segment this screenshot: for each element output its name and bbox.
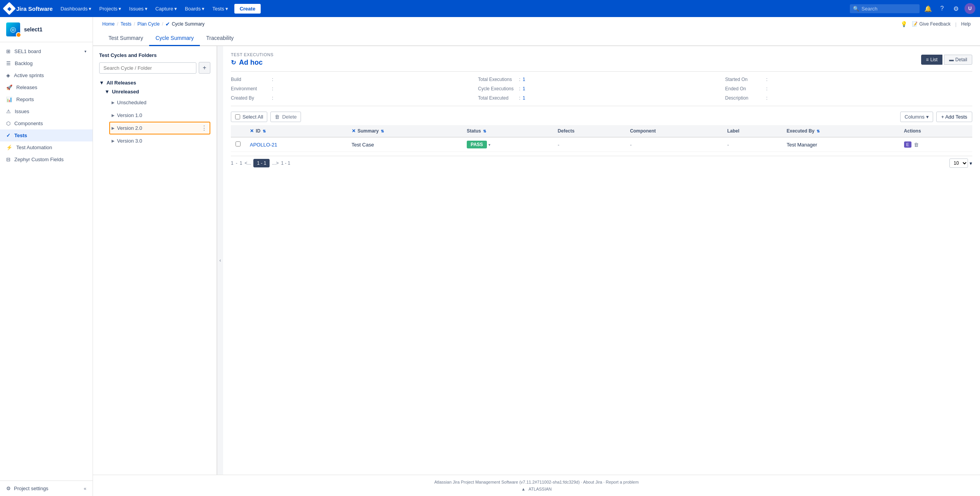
create-button[interactable]: Create xyxy=(234,4,261,14)
sort-icon[interactable]: ⇅ xyxy=(817,129,820,133)
brand-logo[interactable]: ◆ Jira Software xyxy=(5,4,53,13)
pagination-page-1[interactable]: 1 - 1 xyxy=(253,159,270,167)
tab-cycle-summary[interactable]: Cycle Summary xyxy=(149,31,200,46)
sidebar-item-reports[interactable]: 📊 Reports xyxy=(0,93,93,105)
breadcrumb-tests[interactable]: Tests xyxy=(120,21,131,27)
add-tests-button[interactable]: + Add Tests xyxy=(936,112,972,122)
th-label: Label xyxy=(722,125,782,137)
tree-arrow-icon: ▶ xyxy=(112,113,115,117)
execution-id-link[interactable]: APOLLO-21 xyxy=(250,142,277,148)
sidebar-item-components[interactable]: ⬡ Components xyxy=(0,117,93,129)
cycle-folder-search[interactable] xyxy=(99,62,196,74)
tree-expand-icon: ▼ xyxy=(99,80,104,86)
meta-ended-on: Ended On : xyxy=(725,85,972,93)
sort-icon[interactable]: ⇅ xyxy=(483,129,486,133)
nav-boards[interactable]: Boards xyxy=(182,4,208,13)
help-link[interactable]: Help xyxy=(961,21,971,27)
search-box[interactable]: 🔍 xyxy=(850,4,920,13)
breadcrumb-current: ✔ Cycle Summary xyxy=(165,21,205,27)
tree-expand-icon: ▼ xyxy=(105,89,110,95)
tree-item-version-3[interactable]: ▶ Version 3.0 ⋮ xyxy=(109,134,210,147)
columns-button[interactable]: Columns ▾ xyxy=(900,112,933,122)
left-panel-title: Test Cycles and Folders xyxy=(99,52,210,58)
sidebar-item-sel1board[interactable]: ⊞ SEL1 board ▾ xyxy=(0,45,93,57)
list-view-button[interactable]: ≡ List xyxy=(921,55,943,65)
row-checkbox-cell xyxy=(231,137,245,152)
chevron-down-icon xyxy=(119,6,121,12)
adhoc-title: ↻ Ad hoc xyxy=(231,59,273,67)
sidebar-item-zephyr-custom-fields[interactable]: ⊟ Zephyr Custom Fields xyxy=(0,153,93,165)
reports-icon: 📊 xyxy=(6,96,12,102)
table-row: APOLLO-21 Test Case PASS ▾ - - xyxy=(231,137,972,152)
footer-version-text: Atlassian Jira Project Management Softwa… xyxy=(102,480,971,484)
table-controls-right: Columns ▾ + Add Tests xyxy=(900,112,972,122)
execute-button[interactable]: E xyxy=(904,141,911,148)
sidebar-item-test-automation[interactable]: ⚡ Test Automation xyxy=(0,141,93,153)
sort-icon[interactable]: ⇅ xyxy=(263,129,266,133)
tree-group-unreleased-label[interactable]: ▼ Unreleased xyxy=(104,87,210,96)
meta-total-executions: Total Executions : 1 xyxy=(478,76,725,83)
nav-capture[interactable]: Capture xyxy=(152,4,180,13)
breadcrumb-home[interactable]: Home xyxy=(102,21,115,27)
th-summary: ✕ Summary ⇅ xyxy=(347,125,462,137)
tree-item-version-1[interactable]: ▶ Version 1.0 ⋮ xyxy=(109,109,210,122)
sidebar-item-issues[interactable]: ⚠ Issues xyxy=(0,105,93,117)
help-button[interactable]: ? xyxy=(937,3,947,14)
panel-collapse-arrow[interactable]: ‹ xyxy=(217,46,223,475)
search-input[interactable] xyxy=(861,6,916,12)
feedback-icon: 📝 xyxy=(912,21,918,27)
collapse-sidebar-button[interactable]: « xyxy=(84,486,86,491)
fields-icon: ⊟ xyxy=(6,157,10,162)
tree-root-all-releases[interactable]: ▼ All Releases xyxy=(99,78,210,87)
select-all-button[interactable]: Select All xyxy=(231,112,267,122)
status-dropdown-icon[interactable]: ▾ xyxy=(488,143,490,147)
sidebar-item-tests[interactable]: ✓ Tests xyxy=(0,129,93,141)
brand-name: Jira Software xyxy=(16,5,53,12)
page-footer: Atlassian Jira Project Management Softwa… xyxy=(93,475,980,496)
tree-items: ▶ Unscheduled ⋮ ▶ Version 1.0 ⋮ ▶ xyxy=(109,96,210,147)
tab-traceability[interactable]: Traceability xyxy=(200,31,240,46)
project-icon: ◎ xyxy=(6,22,20,36)
delete-row-button[interactable]: 🗑 xyxy=(914,142,919,148)
project-settings[interactable]: ⚙ Project settings « xyxy=(0,480,93,496)
tree-arrow-icon: ▶ xyxy=(112,126,115,130)
lightbulb-icon: 💡 xyxy=(901,21,907,27)
th-actions: Actions xyxy=(899,125,972,137)
select-all-checkbox[interactable] xyxy=(235,114,240,119)
tree-item-unscheduled[interactable]: ▶ Unscheduled ⋮ xyxy=(109,96,210,109)
th-component: Component xyxy=(625,125,722,137)
nav-dashboards[interactable]: Dashboards xyxy=(57,4,95,13)
th-status: Status ⇅ xyxy=(462,125,553,137)
tab-test-summary[interactable]: Test Summary xyxy=(102,31,149,46)
meta-build: Build : xyxy=(231,76,478,83)
meta-description: Description : xyxy=(725,94,972,102)
delete-button[interactable]: 🗑 Delete xyxy=(270,112,301,122)
nav-issues[interactable]: Issues xyxy=(126,4,151,13)
row-checkbox[interactable] xyxy=(236,141,241,146)
th-executed-by: Executed By ⇅ xyxy=(782,125,899,137)
sidebar-item-releases[interactable]: 🚀 Releases xyxy=(0,81,93,93)
page-size-select[interactable]: 10 25 50 xyxy=(949,158,968,168)
sidebar-item-backlog[interactable]: ☰ Backlog xyxy=(0,57,93,69)
project-header[interactable]: ◎ select1 xyxy=(0,17,93,42)
th-defects: Defects xyxy=(553,125,626,137)
nav-tests[interactable]: Tests xyxy=(209,4,231,13)
settings-button[interactable]: ⚙ xyxy=(951,3,961,14)
nav-projects[interactable]: Projects xyxy=(96,4,124,13)
sort-icon[interactable]: ⇅ xyxy=(381,129,384,133)
row-summary-cell: Test Case xyxy=(347,137,462,152)
detail-view-button[interactable]: ▬ Detail xyxy=(944,55,972,65)
row-status-cell: PASS ▾ xyxy=(462,137,553,152)
tree-item-menu-icon[interactable]: ⋮ xyxy=(200,124,208,132)
chevron-down-icon xyxy=(145,6,148,12)
breadcrumb-plan-cycle[interactable]: Plan Cycle xyxy=(138,21,160,27)
user-avatar[interactable]: U xyxy=(965,3,975,14)
table-controls-left: Select All 🗑 Delete xyxy=(231,112,301,122)
add-cycle-button[interactable]: + xyxy=(199,62,210,74)
meta-started-on: Started On : xyxy=(725,76,972,83)
list-icon: ≡ xyxy=(926,57,929,62)
notifications-button[interactable]: 🔔 xyxy=(923,3,934,14)
give-feedback-button[interactable]: 📝 Give Feedback xyxy=(912,21,951,27)
tree-item-version-2[interactable]: ▶ Version 2.0 ⋮ xyxy=(109,122,210,134)
sidebar-item-active-sprints[interactable]: ◈ Active sprints xyxy=(0,69,93,81)
